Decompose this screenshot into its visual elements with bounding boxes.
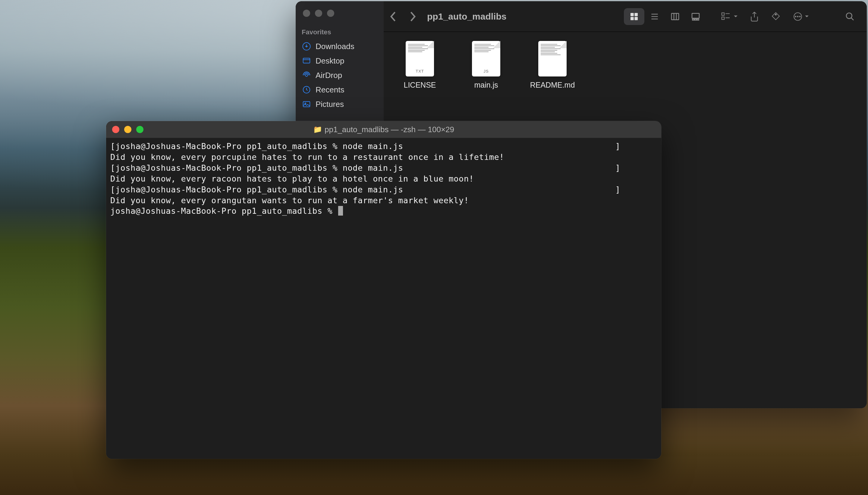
action-button[interactable] xyxy=(787,9,815,24)
file-name: main.js xyxy=(474,81,498,89)
terminal-prompt: josha@Joshuas-MacBook-Pro pp1_auto_madli… xyxy=(110,206,338,216)
terminal-titlebar[interactable]: 📁 pp1_auto_madlibs — -zsh — 100×29 xyxy=(106,121,661,138)
svg-rect-4 xyxy=(303,101,310,107)
file-icon: JS xyxy=(472,41,500,76)
file-name: LICENSE xyxy=(404,81,436,89)
recents-icon xyxy=(302,85,311,95)
file-badge: TXT xyxy=(408,69,431,73)
tag-button[interactable] xyxy=(765,9,787,24)
svg-rect-16 xyxy=(722,17,724,19)
terminal-line: Did you know, every racoon hates to play… xyxy=(110,173,657,184)
svg-rect-11 xyxy=(692,13,699,18)
terminal-line: Did you know, every porcupine hates to r… xyxy=(110,152,657,163)
svg-rect-6 xyxy=(630,13,634,16)
terminal-window: 📁 pp1_auto_madlibs — -zsh — 100×29 [josh… xyxy=(106,121,661,459)
terminal-minimize-button[interactable] xyxy=(124,126,131,133)
forward-button[interactable] xyxy=(409,11,416,22)
download-icon xyxy=(302,41,311,51)
svg-point-17 xyxy=(775,14,776,15)
svg-rect-10 xyxy=(671,13,679,20)
sidebar-label: Recents xyxy=(315,85,344,95)
cursor xyxy=(338,206,343,216)
sidebar-item-desktop[interactable]: Desktop xyxy=(296,54,384,68)
svg-rect-9 xyxy=(635,17,638,20)
svg-rect-13 xyxy=(695,19,696,20)
group-button[interactable] xyxy=(715,9,744,24)
share-button[interactable] xyxy=(744,9,765,24)
file-icon: TXT xyxy=(406,41,434,76)
sidebar-item-recents[interactable]: Recents xyxy=(296,83,384,97)
file-icon xyxy=(538,41,567,76)
file-name: README.md xyxy=(530,81,575,89)
finder-traffic-lights xyxy=(296,6,384,26)
terminal-line: [josha@Joshuas-MacBook-Pro pp1_auto_madl… xyxy=(110,141,657,152)
back-button[interactable] xyxy=(390,11,397,22)
sidebar-item-airdrop[interactable]: AirDrop xyxy=(296,68,384,83)
svg-point-19 xyxy=(798,16,798,17)
svg-rect-8 xyxy=(630,17,634,20)
terminal-line: [josha@Joshuas-MacBook-Pro pp1_auto_madl… xyxy=(110,163,657,173)
sidebar-item-pictures[interactable]: Pictures xyxy=(296,97,384,112)
sidebar-label: Desktop xyxy=(315,56,344,66)
finder-minimize-button[interactable] xyxy=(315,10,322,17)
icon-view-button[interactable] xyxy=(624,8,644,25)
sidebar-label: Downloads xyxy=(315,42,355,51)
terminal-line: [josha@Joshuas-MacBook-Pro pp1_auto_madl… xyxy=(110,184,657,195)
terminal-title: 📁 pp1_auto_madlibs — -zsh — 100×29 xyxy=(313,125,454,134)
sidebar-label: AirDrop xyxy=(315,71,342,80)
finder-toolbar: pp1_auto_madlibs xyxy=(384,1,867,32)
view-modes xyxy=(624,8,706,25)
sidebar-item-downloads[interactable]: Downloads xyxy=(296,39,384,54)
file-badge: JS xyxy=(474,69,498,73)
finder-title: pp1_auto_madlibs xyxy=(427,12,619,22)
svg-point-2 xyxy=(305,74,308,76)
finder-close-button[interactable] xyxy=(303,10,310,17)
terminal-line: Did you know, every orangutan wants to r… xyxy=(110,195,657,206)
svg-point-5 xyxy=(305,103,306,104)
svg-point-22 xyxy=(846,13,852,19)
svg-rect-1 xyxy=(303,58,310,63)
folder-icon: 📁 xyxy=(313,125,322,134)
column-view-button[interactable] xyxy=(665,8,685,25)
list-view-button[interactable] xyxy=(644,8,665,25)
terminal-traffic-lights xyxy=(112,126,144,133)
terminal-body[interactable]: [josha@Joshuas-MacBook-Pro pp1_auto_madl… xyxy=(106,138,661,459)
terminal-maximize-button[interactable] xyxy=(136,126,144,133)
pictures-icon xyxy=(302,99,311,109)
desktop-icon xyxy=(302,56,311,66)
svg-point-20 xyxy=(796,16,796,17)
search-button[interactable] xyxy=(839,9,861,24)
finder-maximize-button[interactable] xyxy=(327,10,334,17)
terminal-close-button[interactable] xyxy=(112,126,119,133)
sidebar-section-favorites: Favorites xyxy=(296,26,384,39)
svg-rect-7 xyxy=(635,13,638,16)
sidebar-label: Pictures xyxy=(315,100,344,109)
svg-rect-15 xyxy=(722,13,724,15)
svg-rect-12 xyxy=(692,19,694,20)
gallery-view-button[interactable] xyxy=(685,8,706,25)
svg-point-21 xyxy=(800,16,801,17)
airdrop-icon xyxy=(302,70,311,80)
svg-rect-14 xyxy=(697,19,699,20)
